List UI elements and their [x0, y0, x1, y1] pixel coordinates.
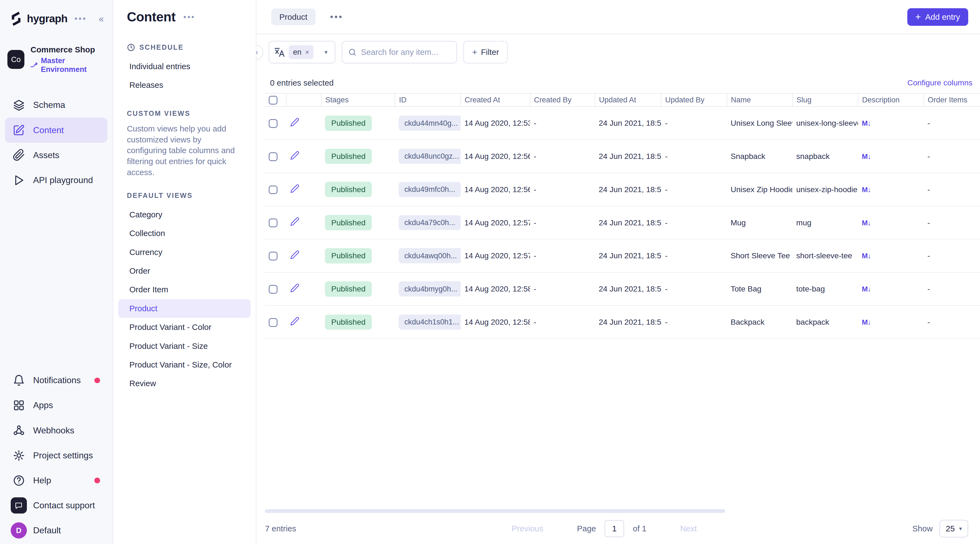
nav-item-icon — [13, 424, 25, 437]
created-at-cell: 14 Aug 2020, 12:56 — [461, 140, 530, 173]
sidebar-nav-item[interactable]: D Default — [5, 518, 108, 543]
table-row[interactable]: Published ckdu49mfc0h... 14 Aug 2020, 12… — [265, 173, 980, 206]
table-row[interactable]: Published ckdu44mn40g... 14 Aug 2020, 12… — [265, 107, 980, 140]
row-checkbox[interactable] — [269, 219, 277, 227]
edit-entry-icon[interactable] — [290, 151, 299, 160]
column-header-id[interactable]: ID — [395, 93, 460, 107]
column-header-name[interactable]: Name — [727, 93, 792, 107]
column-header-created-by[interactable]: Created By — [530, 93, 595, 107]
table-row[interactable]: Published ckdu4awq00h... 14 Aug 2020, 12… — [265, 239, 980, 272]
default-view-item[interactable]: Currency — [113, 242, 251, 261]
page-number-input[interactable] — [605, 520, 624, 537]
chevron-down-icon: ▾ — [959, 525, 962, 532]
locale-chip: en × — [289, 45, 314, 59]
sidebar-nav-item[interactable]: Notifications — [5, 368, 108, 393]
row-checkbox[interactable] — [269, 119, 277, 128]
updated-at-cell: 24 Jun 2021, 18:53 — [595, 239, 661, 272]
column-header-order-items[interactable]: Order Items — [924, 93, 980, 107]
table-row[interactable]: Published ckdu4a79c0h... 14 Aug 2020, 12… — [265, 206, 980, 239]
updated-by-cell: - — [661, 107, 727, 140]
locale-dropdown-caret[interactable]: ▾ — [317, 41, 335, 63]
plus-icon: + — [472, 47, 477, 57]
updated-by-cell: - — [661, 206, 727, 239]
default-view-item[interactable]: Product Variant - Size — [113, 337, 251, 355]
schedule-view-item[interactable]: Individual entries — [113, 57, 251, 76]
collapse-panel-button[interactable]: « — [256, 45, 263, 59]
row-checkbox[interactable] — [269, 318, 277, 327]
sidebar-nav-item[interactable]: Project settings — [5, 443, 108, 468]
title-menu-dots-icon[interactable] — [184, 16, 194, 18]
default-view-item[interactable]: Order Item — [113, 280, 251, 299]
row-checkbox[interactable] — [269, 185, 277, 194]
edit-entry-icon[interactable] — [290, 316, 299, 326]
sidebar-nav-item[interactable]: Assets — [5, 143, 108, 168]
sidebar-nav-item[interactable]: Content — [5, 118, 108, 142]
updated-at-cell: 24 Jun 2021, 18:53 — [595, 206, 661, 239]
sidebar-nav-item[interactable]: Contact support — [5, 493, 108, 518]
row-checkbox[interactable] — [269, 252, 277, 260]
default-view-item[interactable]: Product Variant - Color — [113, 318, 251, 337]
custom-views-section-label: CUSTOM VIEWS — [127, 110, 190, 118]
logo-menu-dots-icon[interactable] — [75, 18, 85, 20]
add-entry-button[interactable]: + Add entry — [907, 8, 968, 26]
table-row[interactable]: Published ckdu4bmyg0h... 14 Aug 2020, 12… — [265, 272, 980, 305]
add-filter-button[interactable]: + Filter — [463, 41, 508, 64]
table-row[interactable]: Published ckdu48unc0gz... 14 Aug 2020, 1… — [265, 140, 980, 173]
locale-selector[interactable]: en × ▾ — [269, 41, 335, 64]
default-view-item[interactable]: Category — [113, 205, 251, 224]
nav-item-label: Contact support — [33, 500, 95, 510]
next-page-button[interactable]: Next — [680, 524, 697, 533]
edit-entry-icon[interactable] — [290, 217, 299, 226]
nav-item-icon — [13, 474, 25, 487]
default-view-item[interactable]: Order — [113, 262, 251, 280]
select-all-checkbox[interactable] — [269, 96, 277, 105]
select-all-header[interactable] — [265, 93, 286, 107]
default-view-item[interactable]: Review — [113, 374, 251, 393]
default-views-section-label: DEFAULT VIEWS — [127, 191, 193, 199]
table-header-row: Stages ID Created At Created By Updated … — [265, 93, 980, 107]
horizontal-scrollbar[interactable] — [265, 509, 725, 513]
entries-table-wrap: Stages ID Created At Created By Updated … — [256, 93, 980, 339]
nav-item-label: Apps — [33, 400, 53, 410]
column-header-description[interactable]: Description — [858, 93, 924, 107]
sidebar-nav-item[interactable]: Apps — [5, 393, 108, 418]
column-header-created-at[interactable]: Created At — [461, 93, 530, 107]
schedule-view-item[interactable]: Releases — [113, 76, 251, 94]
remove-locale-icon[interactable]: × — [305, 48, 309, 56]
sidebar-nav-item[interactable]: Help — [5, 468, 108, 493]
column-header-updated-at[interactable]: Updated At — [595, 93, 661, 107]
previous-page-button[interactable]: Previous — [512, 524, 543, 533]
default-view-item[interactable]: Product — [118, 299, 251, 318]
filter-toolbar: « en × ▾ + Filter — [256, 34, 980, 70]
stage-badge: Published — [325, 116, 372, 131]
nav-item-label: Content — [33, 125, 64, 135]
environment-selector[interactable]: Master Environment — [30, 56, 105, 74]
edit-entry-icon[interactable] — [290, 118, 299, 127]
sidebar-nav-item[interactable]: Schema — [5, 93, 108, 118]
nav-item-icon — [13, 99, 25, 112]
pagination: Previous Page of 1 Next — [296, 520, 912, 537]
row-checkbox[interactable] — [269, 152, 277, 161]
updated-by-cell: - — [661, 272, 727, 305]
edit-entry-icon[interactable] — [290, 283, 299, 293]
page-size-select[interactable]: 25 ▾ — [939, 520, 968, 538]
tab-menu-dots-icon[interactable] — [331, 16, 342, 18]
row-checkbox[interactable] — [269, 285, 277, 294]
column-header-stages[interactable]: Stages — [321, 93, 395, 107]
sidebar-collapse-button[interactable]: « — [99, 14, 104, 23]
tab-product[interactable]: Product — [271, 8, 315, 25]
table-row[interactable]: Published ckdu4ch1s0h1... 14 Aug 2020, 1… — [265, 305, 980, 339]
search-input[interactable] — [361, 48, 450, 57]
configure-columns-link[interactable]: Configure columns — [907, 78, 973, 87]
created-by-cell: - — [530, 305, 595, 339]
column-header-updated-by[interactable]: Updated By — [661, 93, 727, 107]
edit-entry-icon[interactable] — [290, 184, 299, 193]
name-cell: Short Sleeve Tee — [727, 239, 792, 272]
default-view-item[interactable]: Collection — [113, 224, 251, 242]
default-view-item[interactable]: Product Variant - Size, Color — [113, 356, 251, 374]
markdown-icon: M↓ — [862, 185, 871, 194]
column-header-slug[interactable]: Slug — [792, 93, 858, 107]
sidebar-nav-item[interactable]: API playground — [5, 168, 108, 193]
sidebar-nav-item[interactable]: Webhooks — [5, 418, 108, 443]
edit-entry-icon[interactable] — [290, 250, 299, 259]
